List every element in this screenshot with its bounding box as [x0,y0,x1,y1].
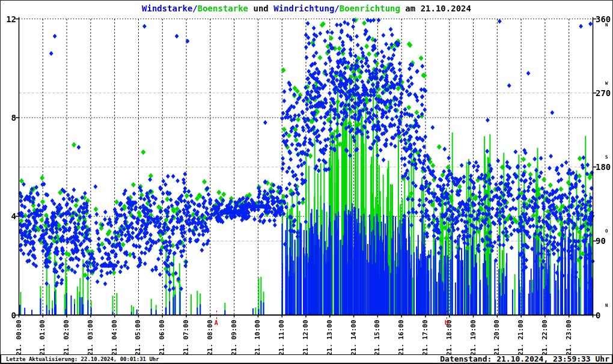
x-hour-label: 21. 08:00 [206,317,214,356]
title-part: am 21.10.2024 [400,4,471,13]
x-hour-label: 21. 20:00 [493,317,501,356]
chart-canvas [1,1,612,363]
compass-letter: N [605,303,608,308]
chart-title: Windstarke/Boenstarke und Windrichtung/B… [1,4,612,13]
x-hour-label: 21. 19:00 [469,317,477,356]
y-right-tick-label: 90 [596,236,606,246]
x-hour-label: 21. 23:00 [565,317,573,356]
x-hour-label: 21. 11:00 [278,317,285,356]
x-hour-label: 21. 12:00 [302,317,310,356]
x-hour-label: 21. 16:00 [397,317,405,356]
y-right-tick-label: 360 [596,14,611,24]
x-hour-label: 21. 00:00 [15,317,23,356]
x-hour-label: 21. 14:00 [350,317,358,356]
x-hour-label: 21. 15:00 [373,317,381,356]
x-hour-label: 21. 06:00 [158,317,166,356]
sunset-letter: U [445,320,448,326]
x-hour-label: 21. 04:00 [111,317,118,356]
title-part: Boenrichtung [340,4,400,13]
x-hour-label: 21. 07:00 [182,317,190,356]
y-left-tick-label: 0 [1,311,16,320]
y-right-tick-label: 0 [596,311,600,320]
footer-last-update: Letzte Aktualisierung: 22.10.2024, 00:01… [6,356,159,362]
sunrise-dash-mark [216,311,217,319]
x-hour-label: 21. 17:00 [421,317,429,356]
x-hour-label: 21. 10:00 [254,317,261,356]
y-left-tick-label: 8 [1,113,16,123]
y-right-tick-label: 180 [596,162,611,172]
y-right-tick-label: 270 [596,88,611,98]
x-hour-label: 21. 05:00 [134,317,142,356]
x-hour-label: 21. 01:00 [38,317,46,356]
x-hour-label: 21. 09:00 [230,317,238,356]
compass-letter: S [605,154,608,160]
compass-letter: W [605,80,608,86]
title-part: Boenstarke [198,4,248,13]
x-hour-label: 21. 22:00 [541,317,549,356]
title-part: Windstarke/ [142,4,198,13]
title-part: und [248,4,273,13]
compass-letter: N [605,22,608,28]
y-left-tick-label: 4 [1,211,16,221]
footer-data-state: Datenstand: 21.10.2024, 23:59:33 Uhr [440,354,609,363]
x-hour-label: 21. 02:00 [63,317,70,356]
footer-bar: Letzte Aktualisierung: 22.10.2024, 00:01… [1,354,612,363]
weather-chart-frame: Windstarke/Boenstarke und Windrichtung/B… [0,0,613,364]
y-left-tick-label: 12 [1,14,16,24]
x-hour-label: 21. 03:00 [87,317,94,356]
x-hour-label: 21. 13:00 [326,317,334,356]
x-hour-label: 21. 21:00 [517,317,525,356]
compass-letter: O [605,228,608,234]
title-part: Windrichtung/ [273,4,340,13]
sunrise-letter: A [215,320,218,326]
